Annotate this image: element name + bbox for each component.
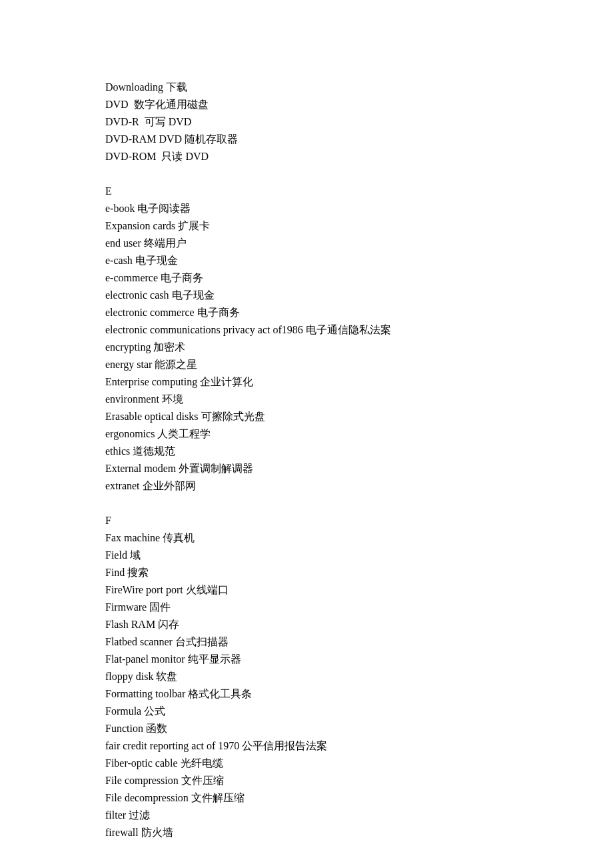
glossary-entry: fair credit reporting act of 1970 公平信用报告… xyxy=(105,737,613,755)
glossary-entry: Fiber-optic cable 光纤电缆 xyxy=(105,755,613,772)
glossary-entry: electronic commerce 电子商务 xyxy=(105,304,613,321)
glossary-entry: DVD-ROM 只读 DVD xyxy=(105,148,613,165)
glossary-entry: energy star 能源之星 xyxy=(105,356,613,373)
document-page: Downloading 下载DVD 数字化通用磁盘DVD-R 可写 DVDDVD… xyxy=(0,0,613,841)
glossary-entry: FireWire port port 火线端口 xyxy=(105,581,613,599)
glossary-entry: DVD 数字化通用磁盘 xyxy=(105,96,613,113)
glossary-entry: extranet 企业外部网 xyxy=(105,477,613,495)
glossary-entry: DVD-RAM DVD 随机存取器 xyxy=(105,131,613,148)
glossary-entry: ergonomics 人类工程学 xyxy=(105,425,613,443)
glossary-entry: Formatting toolbar 格式化工具条 xyxy=(105,685,613,703)
glossary-entry: Flat-panel monitor 纯平显示器 xyxy=(105,651,613,668)
glossary-entry: Firmware 固件 xyxy=(105,599,613,616)
glossary-entry: Flatbed scanner 台式扫描器 xyxy=(105,633,613,651)
glossary-entry: electronic cash 电子现金 xyxy=(105,287,613,304)
glossary-entry: File decompression 文件解压缩 xyxy=(105,789,613,807)
glossary-entry: firewall 防火墙 xyxy=(105,824,613,841)
glossary-entry: Flash RAM 闪存 xyxy=(105,616,613,633)
glossary-entry: File compression 文件压缩 xyxy=(105,772,613,789)
section-header: E xyxy=(105,183,613,200)
glossary-entry: Expansion cards 扩展卡 xyxy=(105,217,613,235)
glossary-entry: Enterprise computing 企业计算化 xyxy=(105,373,613,391)
glossary-entry: Formula 公式 xyxy=(105,703,613,720)
glossary-entry: Erasable optical disks 可擦除式光盘 xyxy=(105,408,613,425)
glossary-entry: e-commerce 电子商务 xyxy=(105,269,613,287)
glossary-entry: External modem 外置调制解调器 xyxy=(105,460,613,477)
glossary-entry: encrypting 加密术 xyxy=(105,339,613,356)
glossary-entry: environment 环境 xyxy=(105,391,613,408)
glossary-entry: electronic communications privacy act of… xyxy=(105,321,613,339)
glossary-entry: filter 过滤 xyxy=(105,807,613,824)
glossary-entry: Function 函数 xyxy=(105,720,613,737)
glossary-entry: Downloading 下载 xyxy=(105,79,613,96)
glossary-entry: Fax machine 传真机 xyxy=(105,529,613,547)
glossary-entry: Find 搜索 xyxy=(105,564,613,581)
glossary-entry: Field 域 xyxy=(105,547,613,564)
glossary-entry: floppy disk 软盘 xyxy=(105,668,613,685)
glossary-entry: DVD-R 可写 DVD xyxy=(105,113,613,131)
glossary-entry: e-cash 电子现金 xyxy=(105,252,613,269)
section-header: F xyxy=(105,512,613,529)
glossary-entry: e-book 电子阅读器 xyxy=(105,200,613,217)
glossary-entry: ethics 道德规范 xyxy=(105,443,613,460)
glossary-entry: end user 终端用户 xyxy=(105,235,613,252)
